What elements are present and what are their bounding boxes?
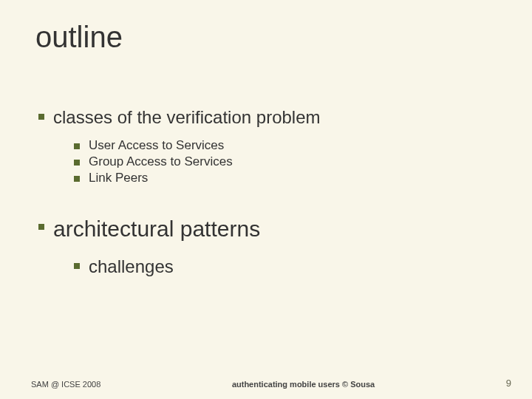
sub-bullet-item: Group Access to Services xyxy=(74,154,497,169)
slide-number: 9 xyxy=(506,378,511,389)
sub-bullet-item: Link Peers xyxy=(74,171,497,185)
bullet-icon xyxy=(74,143,80,149)
footer-center: authenticating mobile users © Sousa xyxy=(100,380,505,389)
sub-bullet-label: challenges xyxy=(89,256,174,277)
bullet-item-classes: classes of the verification problem xyxy=(38,107,497,128)
slide: outline classes of the verification prob… xyxy=(0,0,532,399)
footer-left: SAM @ ICSE 2008 xyxy=(31,380,100,389)
bullet-label: architectural patterns xyxy=(53,216,260,242)
bullet-icon xyxy=(74,160,80,166)
sub-bullet-label: Group Access to Services xyxy=(89,154,233,169)
sub-bullet-label: User Access to Services xyxy=(89,138,224,153)
bullet-item-arch: architectural patterns xyxy=(38,216,497,248)
slide-title: outline xyxy=(35,21,497,54)
sub-bullet-item: challenges xyxy=(74,256,497,277)
bullet-icon xyxy=(38,114,44,120)
bullet-icon xyxy=(74,263,80,269)
bullet-icon xyxy=(38,224,44,230)
sub-bullet-item: User Access to Services xyxy=(74,138,497,153)
sub-bullet-label: Link Peers xyxy=(89,171,148,185)
bullet-icon xyxy=(74,176,80,182)
bullet-label: classes of the verification problem xyxy=(53,107,321,128)
slide-footer: SAM @ ICSE 2008 authenticating mobile us… xyxy=(0,378,532,389)
